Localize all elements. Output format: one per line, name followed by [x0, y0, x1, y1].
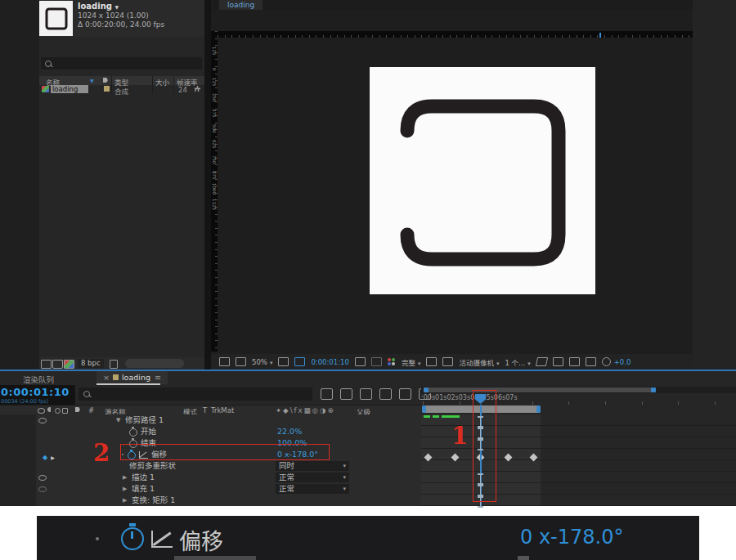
comp-mini-flowchart-icon[interactable] [321, 388, 333, 400]
item-framerate: 24 [178, 86, 187, 94]
motion-blur-icon[interactable] [399, 388, 411, 400]
magnification-monitor-icon[interactable] [236, 357, 246, 366]
eye-icon[interactable] [38, 486, 47, 492]
show-snapshot-icon[interactable] [371, 357, 382, 366]
viewer-toolbar: 50%▾ 0:00:01:10 完整▾ 活动摄像机▾ 1 个...▾ +0.0 [211, 354, 693, 370]
draft-3d-icon[interactable] [340, 388, 352, 400]
menu-icon[interactable]: ≡ [155, 373, 161, 382]
sort-arrow-icon[interactable]: ▼ [90, 78, 94, 83]
project-comp-info: loading ▼ 1024 x 1024 (1.00) Δ 0:00:20:0… [39, 0, 204, 37]
zoom-select[interactable]: 50%▾ [252, 358, 272, 366]
comp-flowchart-icon[interactable] [586, 357, 596, 366]
column-trkmat[interactable]: TrkMat [211, 406, 234, 414]
timeline-button-icon[interactable] [569, 357, 580, 366]
trash-icon[interactable] [110, 360, 118, 369]
viewer-timecode[interactable]: 0:00:01:10 [311, 358, 348, 366]
label-tag-icon[interactable] [75, 407, 80, 412]
start-value[interactable]: 22.0% [277, 426, 302, 437]
project-columns-header[interactable]: 名称 ▼ 类型 大小 帧速率 [39, 76, 204, 85]
row-fill[interactable]: ▶ 填充 1 正常▾ [0, 483, 421, 495]
eye-icon[interactable] [38, 408, 45, 414]
fill-blend-mode-select[interactable]: 正常▾ [276, 484, 349, 494]
new-folder-icon[interactable] [52, 360, 63, 369]
annotation-box-playhead [473, 390, 496, 502]
row-transform-rectangle[interactable]: ▶ 变换: 矩形 1 [0, 495, 421, 506]
scrollbar-right-cap[interactable] [651, 388, 656, 392]
twirl-closed-icon[interactable]: ▶ [123, 483, 127, 495]
horizontal-ruler[interactable]: 6255003752501250125250375500625750875100… [218, 31, 693, 38]
new-composition-icon[interactable] [64, 360, 74, 369]
bullet-dot [96, 537, 99, 540]
twirl-open-icon[interactable]: ▼ [116, 414, 120, 426]
row-stroke[interactable]: ▶ 描边 1 正常▾ [0, 472, 421, 483]
interpret-footage-icon[interactable] [41, 360, 52, 369]
scrollbar-left-cap[interactable] [424, 388, 429, 392]
scrollbar-handle[interactable] [424, 388, 656, 392]
annotation-box-offset [120, 444, 330, 460]
resolution-select[interactable]: 完整▾ [402, 357, 421, 367]
frame-blending-icon[interactable] [379, 388, 392, 400]
stroke-blend-mode-select[interactable]: 正常▾ [276, 473, 349, 482]
item-name-selected[interactable]: loading [51, 85, 88, 93]
stopwatch-icon[interactable] [129, 428, 137, 437]
comp-name-title[interactable]: loading ▼ [78, 2, 119, 11]
left-edge-strip [0, 0, 39, 370]
safe-zones-icon[interactable] [294, 357, 305, 366]
twirl-closed-icon[interactable]: ▶ [123, 495, 127, 506]
region-of-interest-icon[interactable] [426, 357, 437, 366]
eye-icon[interactable] [38, 475, 47, 481]
camera-view-select[interactable]: 活动摄像机▾ [459, 357, 499, 367]
timeline-horizontal-scrollbar[interactable] [421, 387, 736, 393]
column-t[interactable]: T [203, 406, 207, 414]
snapshot-camera-icon[interactable] [355, 357, 366, 366]
render-cache-bar [442, 415, 460, 418]
vertical-ruler[interactable]: 125012525037550062575087510001125 [211, 31, 218, 352]
item-label-color[interactable] [104, 86, 110, 92]
comp-duration: Δ 0:00:20:00, 24.00 fps [78, 20, 164, 29]
timeline-search-input[interactable] [79, 388, 312, 401]
fast-previews-icon[interactable] [553, 357, 563, 366]
frame-info: 00034 (24.00 fps) [1, 398, 48, 405]
always-preview-icon[interactable] [219, 357, 230, 366]
current-timecode-block[interactable]: 0:00:01:10 00034 (24.00 fps) [0, 385, 75, 405]
twirl-closed-icon[interactable]: ▶ [123, 472, 127, 483]
row-trim-multiple-shapes[interactable]: 修剪多重形状 同时▾ [0, 460, 421, 472]
view-layout-select[interactable]: 1 个...▾ [505, 357, 530, 367]
eye-icon[interactable] [38, 418, 47, 423]
channel-icon[interactable] [388, 358, 396, 366]
composition-viewer-panel: loading 62550037525012501252503755006257… [211, 0, 693, 370]
project-search-input[interactable] [41, 57, 202, 69]
transparency-grid-icon[interactable] [442, 357, 453, 366]
viewer-tab-loading[interactable]: loading [219, 0, 263, 10]
grid-guides-icon[interactable] [278, 357, 289, 366]
pixel-aspect-icon[interactable] [536, 357, 548, 366]
row-trim-paths[interactable]: ▼ 修剪路径 1 [0, 414, 421, 426]
timeline-panel: 渲染队列 ×loading≡ 0:00:01:10 00034 (24.00 f… [0, 371, 736, 506]
tab-timeline-loading[interactable]: ×loading≡ [96, 371, 168, 384]
comp-thumbnail[interactable] [39, 1, 73, 36]
panel-divider[interactable] [204, 0, 211, 370]
tab-label: loading [122, 373, 150, 382]
time-ruler[interactable]: :00s01s02s03s04s05s06s07s [421, 394, 736, 405]
comp-name-text: loading [78, 2, 112, 11]
lock-icon[interactable] [62, 408, 68, 414]
timeline-rows: ▼ 修剪路径 1 开始 22.0% 结束 100.0% ◆▶ 偏移 [0, 414, 421, 506]
hide-shy-layers-icon[interactable] [360, 388, 372, 400]
annotation-number-1: 1 [451, 422, 468, 450]
exposure-value[interactable]: +0.0 [614, 358, 631, 366]
row-start[interactable]: 开始 22.0% [0, 426, 421, 437]
close-icon[interactable]: × [103, 373, 110, 382]
composition-canvas[interactable] [370, 67, 595, 294]
label-tag-icon[interactable] [103, 78, 108, 83]
tab-render-queue[interactable]: 渲染队列 [23, 374, 54, 385]
next-keyframe-icon[interactable]: ▶ [51, 455, 55, 460]
timeline-timecode[interactable]: 0:00:01:10 [1, 386, 70, 398]
column-number[interactable]: # [88, 406, 94, 414]
gear-icon[interactable] [602, 357, 611, 366]
trim-multiple-shapes-select[interactable]: 同时▾ [276, 461, 349, 471]
audio-icon[interactable] [47, 407, 51, 412]
chevron-down-icon: ▼ [114, 4, 119, 10]
project-item-row[interactable]: loading 合成 24 [39, 85, 204, 94]
solo-icon[interactable] [55, 408, 61, 414]
bit-depth-button[interactable]: 8 bpc [78, 359, 104, 368]
